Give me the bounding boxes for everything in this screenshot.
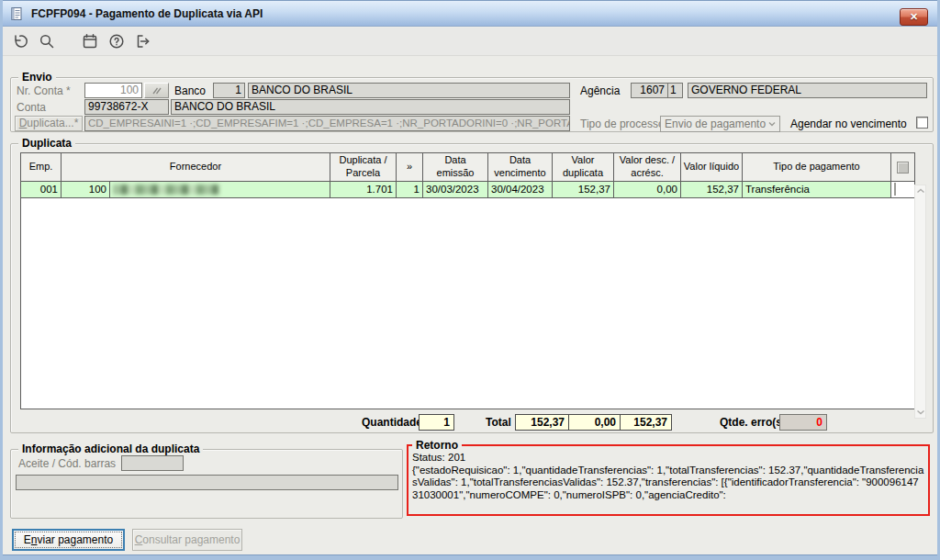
window-title: FCPFP094 - Pagamento de Duplicata via AP… <box>31 7 263 20</box>
calendar-icon[interactable] <box>81 32 99 50</box>
col-header-valor-duplicata[interactable]: Valor duplicata <box>553 153 614 182</box>
grid-header-row: Emp. Fornecedor Duplicata / Parcela » Da… <box>21 153 914 182</box>
duplicata-group: Duplicata Emp. Fornecedor Duplicata / Pa… <box>10 143 934 433</box>
consultar-pagamento-button[interactable]: Consultar pagamento <box>132 529 242 551</box>
qtde-erros-field: 0 <box>779 414 827 431</box>
cell-seq: 1 <box>397 182 423 198</box>
banco-label: Banco <box>174 84 206 97</box>
cell-tipo-pagamento: Transferência <box>743 182 891 198</box>
quantidade-label: Quantidade <box>362 416 422 429</box>
agendar-checkbox[interactable] <box>916 117 928 129</box>
cell-valor-duplicata: 152,37 <box>553 182 614 198</box>
total-valor-liquido-field: 152,37 <box>620 414 672 431</box>
edit-strokes-icon <box>151 85 163 96</box>
cell-duplicata-parcela: 1.701 <box>330 182 397 198</box>
cell-row-select <box>891 182 914 198</box>
agencia-name-field: GOVERNO FEDERAL <box>688 83 927 98</box>
agencia-code-field: 1607 <box>631 83 668 98</box>
aceite-label: Aceite / Cód. barras <box>18 457 116 470</box>
duplicata-filter-field: CD_EMPRESAINI=1 ·;CD_EMPRESAFIM=1 ·;CD_E… <box>84 116 570 131</box>
app-window: FCPFP094 - Pagamento de Duplicata via AP… <box>0 0 940 560</box>
banco-code-field: 1 <box>213 83 245 98</box>
info-adicional-group: Informação adicional da duplicata Aceite… <box>10 449 403 519</box>
undo-icon[interactable] <box>11 32 29 50</box>
conta-label: Conta <box>17 101 46 114</box>
col-header-emp[interactable]: Emp. <box>21 153 62 182</box>
col-header-tipo-pagamento[interactable]: Tipo de pagamento <box>743 153 891 182</box>
col-header-fornecedor[interactable]: Fornecedor <box>62 153 330 182</box>
total-valor-desc-field: 0,00 <box>568 414 621 431</box>
conta-field: 99738672-X <box>84 99 169 115</box>
document-icon <box>9 6 24 21</box>
info-adicional-title: Informação adicional da duplicata <box>18 442 203 455</box>
cell-fornecedor-name <box>110 182 330 198</box>
chevron-down-icon <box>767 120 777 128</box>
tipo-processo-select[interactable]: Envio de pagamento <box>660 116 780 132</box>
cell-valor-liquido: 152,37 <box>681 182 743 198</box>
cell-emp: 001 <box>21 182 62 198</box>
envio-group-title: Envio <box>18 71 56 84</box>
col-header-duplicata-parcela[interactable]: Duplicata / Parcela <box>330 153 397 182</box>
close-icon: ✕ <box>910 12 918 22</box>
qtde-erros-label: Qtde. erro(s) <box>720 416 786 429</box>
retorno-title: Retorno <box>412 439 462 452</box>
close-button[interactable]: ✕ <box>900 8 928 26</box>
cell-data-vencimento: 30/04/2023 <box>488 182 553 198</box>
scroll-up-icon <box>916 188 925 194</box>
duplicata-button[interactable]: Duplicata...* <box>15 116 83 131</box>
cell-fornecedor-code: 100 <box>62 182 110 198</box>
row-checkbox[interactable] <box>894 183 896 196</box>
toolbar <box>3 28 937 56</box>
search-icon[interactable] <box>38 32 56 50</box>
col-header-valor-liquido[interactable]: Valor líquido <box>681 153 743 182</box>
tipo-processo-label: Tipo de processo <box>580 118 665 130</box>
conta-bank-name-field: BANCO DO BRASIL <box>171 99 570 115</box>
col-header-data-vencimento[interactable]: Data vencimento <box>488 153 553 182</box>
agendar-label: Agendar no vencimento <box>790 118 907 130</box>
banco-name-field: BANCO DO BRASIL <box>248 83 570 98</box>
grid-vertical-scrollbar[interactable] <box>914 185 926 419</box>
retorno-body: {"estadoRequisicao": 1,"quantidadeTransf… <box>412 465 924 502</box>
nr-conta-label: Nr. Conta * <box>17 84 71 97</box>
redacted-fornecedor-name <box>113 185 219 195</box>
col-header-select-all[interactable] <box>891 153 914 182</box>
title-bar[interactable]: FCPFP094 - Pagamento de Duplicata via AP… <box>0 0 940 27</box>
duplicata-grid: Emp. Fornecedor Duplicata / Parcela » Da… <box>20 152 915 409</box>
aceite-field <box>121 455 184 471</box>
scroll-down-icon <box>916 409 925 415</box>
nr-conta-input[interactable]: 100 <box>84 83 142 98</box>
col-header-valor-desc[interactable]: Valor desc. / acrésc. <box>614 153 681 182</box>
envio-group: Envio Nr. Conta * 100 Banco 1 BANCO DO B… <box>10 77 934 132</box>
cell-data-emissao: 30/03/2023 <box>423 182 488 198</box>
retorno-group: Retorno Status: 201 {"estadoRequisicao":… <box>407 444 930 516</box>
quantidade-field: 1 <box>419 414 454 431</box>
col-header-seq[interactable]: » <box>397 153 423 182</box>
col-header-data-emissao[interactable]: Data emissão <box>423 153 488 182</box>
agencia-digit-field: 1 <box>667 83 683 98</box>
retorno-text: Status: 201 {"estadoRequisicao": 1,"quan… <box>412 452 924 501</box>
select-all-checkbox[interactable] <box>897 162 909 174</box>
table-row[interactable]: 001 100 1.701 1 30/03/2023 30/04/2023 15… <box>21 182 914 198</box>
help-icon[interactable] <box>107 32 126 50</box>
exit-icon[interactable] <box>134 32 152 50</box>
cell-valor-desc: 0,00 <box>614 182 681 198</box>
retorno-status-line: Status: 201 <box>412 452 924 465</box>
total-valor-duplicata-field: 152,37 <box>515 414 569 431</box>
nr-conta-edit-button[interactable] <box>144 83 169 98</box>
cod-barras-field <box>16 475 398 490</box>
total-label: Total <box>486 416 511 429</box>
enviar-pagamento-button[interactable]: Enviar pagamento <box>12 529 125 551</box>
agencia-label: Agência <box>580 84 620 97</box>
duplicata-group-title: Duplicata <box>18 137 75 150</box>
